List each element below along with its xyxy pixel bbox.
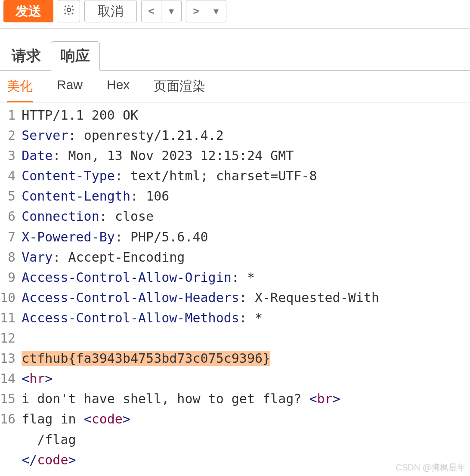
line-number: 13 (0, 348, 17, 368)
body-line: /flag (22, 430, 470, 450)
header-value: Accept-Encoding (68, 250, 185, 265)
header-name: Connection (22, 209, 99, 224)
flag-line: ctfhub{fa3943b4753bd73c075c9396} (22, 348, 470, 368)
line-number: 1 (0, 105, 17, 125)
header-line: Vary: Accept-Encoding (22, 247, 470, 267)
line-number: 8 (0, 247, 17, 267)
forward-menu-button[interactable]: ▾ (206, 0, 226, 22)
subtab-hex[interactable]: Hex (107, 77, 130, 98)
line-number: 5 (0, 186, 17, 206)
blank-line (22, 328, 470, 348)
header-name: Content-Length (22, 189, 130, 204)
chevron-right-icon: > (193, 5, 199, 17)
svg-point-0 (67, 8, 71, 12)
header-name: Date (22, 148, 53, 163)
main-tabs: 请求 响应 (0, 41, 470, 71)
line-number: 14 (0, 368, 17, 389)
body-line: flag in <code> (22, 409, 470, 429)
settings-button[interactable] (58, 0, 80, 22)
cancel-button[interactable]: 取消 (84, 0, 137, 22)
history-forward-group: > ▾ (186, 0, 226, 22)
caret-down-icon: ▾ (213, 5, 219, 17)
line-number: 10 (0, 287, 17, 308)
header-line: X-Powered-By: PHP/5.6.40 (22, 227, 470, 247)
header-line: Content-Length: 106 (22, 186, 470, 206)
tag-br: br (317, 391, 332, 406)
header-value: PHP/5.6.40 (130, 229, 208, 244)
body-line: </code> (22, 450, 470, 470)
header-line: Server: openresty/1.21.4.2 (22, 125, 470, 145)
status-line: HTTP/1.1 200 OK (22, 105, 470, 125)
header-line: Content-Type: text/html; charset=UTF-8 (22, 166, 470, 186)
header-value: * (255, 310, 263, 325)
send-button[interactable]: 发送 (3, 0, 53, 22)
caret-down-icon: ▾ (169, 5, 174, 17)
header-name: Access-Control-Allow-Headers (22, 290, 239, 305)
tag-code-close: code (37, 452, 68, 467)
header-line: Connection: close (22, 206, 470, 226)
line-number-gutter: 1 2 3 4 5 6 7 8 9 10 11 12 13 14 15 16 (0, 102, 20, 473)
header-value: X-Requested-With (255, 290, 379, 305)
back-button[interactable]: < (142, 0, 161, 22)
line-number: 9 (0, 267, 17, 287)
header-line: Access-Control-Allow-Headers: X-Requeste… (22, 287, 470, 308)
sub-tabs: 美化 Raw Hex 页面渲染 (0, 71, 470, 102)
header-line: Date: Mon, 13 Nov 2023 12:15:24 GMT (22, 145, 470, 166)
response-body[interactable]: HTTP/1.1 200 OKServer: openresty/1.21.4.… (20, 102, 470, 473)
header-name: Content-Type (22, 168, 115, 183)
code-content: /flag (37, 432, 76, 447)
body-line: <hr> (22, 368, 470, 389)
header-value: text/html; charset=UTF-8 (130, 168, 317, 183)
line-number: 2 (0, 125, 17, 145)
subtab-raw[interactable]: Raw (57, 77, 83, 98)
tag-hr: hr (29, 371, 45, 386)
header-value: * (247, 270, 255, 285)
body-text: flag in (22, 411, 84, 427)
subtab-pretty[interactable]: 美化 (7, 77, 33, 102)
header-name: Vary (22, 250, 53, 265)
header-line: Access-Control-Allow-Origin: * (22, 267, 470, 287)
gear-icon (62, 3, 75, 19)
header-name: X-Powered-By (22, 229, 115, 244)
tag-code-open: code (92, 411, 123, 427)
line-number: 16 (0, 409, 17, 429)
header-value: 106 (146, 189, 169, 204)
toolbar: 发送 取消 < ▾ > ▾ (0, 0, 470, 29)
header-name: Access-Control-Allow-Methods (22, 310, 239, 325)
forward-button[interactable]: > (186, 0, 206, 22)
response-editor[interactable]: 1 2 3 4 5 6 7 8 9 10 11 12 13 14 15 16 H… (0, 102, 470, 473)
highlighted-flag: ctfhub{fa3943b4753bd73c075c9396} (22, 351, 270, 366)
header-value: Mon, 13 Nov 2023 12:15:24 GMT (68, 148, 294, 163)
header-name: Access-Control-Allow-Origin (22, 270, 232, 285)
back-menu-button[interactable]: ▾ (161, 0, 181, 22)
header-name: Server (22, 128, 68, 143)
line-number: 7 (0, 227, 17, 247)
tab-response[interactable]: 响应 (51, 41, 100, 71)
line-number: 15 (0, 389, 17, 409)
history-back-group: < ▾ (141, 0, 182, 22)
body-text: i don't have shell, how to get flag? (22, 391, 309, 406)
line-number: 6 (0, 206, 17, 226)
line-number: 3 (0, 145, 17, 166)
body-line: i don't have shell, how to get flag? <br… (22, 389, 470, 409)
subtab-render[interactable]: 页面渲染 (154, 77, 205, 98)
chevron-left-icon: < (148, 5, 154, 17)
header-line: Access-Control-Allow-Methods: * (22, 308, 470, 328)
header-value: close (115, 209, 154, 224)
line-number: 12 (0, 328, 17, 348)
tab-request[interactable]: 请求 (2, 41, 51, 71)
line-number: 4 (0, 166, 17, 186)
line-number: 11 (0, 308, 17, 328)
header-value: openresty/1.21.4.2 (84, 128, 224, 143)
